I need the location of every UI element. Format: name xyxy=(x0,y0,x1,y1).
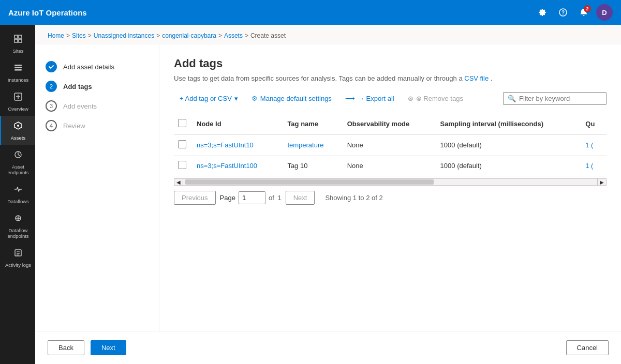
sidebar-item-asset-endpoints[interactable]: Asset endpoints xyxy=(0,145,35,179)
scroll-right-button[interactable]: ▶ xyxy=(597,178,607,186)
breadcrumb-current: Create asset xyxy=(250,32,286,39)
svg-rect-5 xyxy=(19,39,22,42)
svg-rect-7 xyxy=(14,67,22,69)
svg-rect-2 xyxy=(14,35,18,38)
next-button-footer[interactable]: Next xyxy=(91,340,126,355)
content-area: Home > Sites > Unassigned instances > co… xyxy=(35,25,621,364)
row2-node-id[interactable]: ns=3;s=FastUInt100 xyxy=(193,156,283,176)
sidebar-item-dataflows[interactable]: Dataflows xyxy=(0,179,35,208)
app-title: Azure IoT Operations xyxy=(8,8,534,17)
table-row: ns=3;s=FastUInt100 Tag 10 None 1000 (def… xyxy=(174,156,607,176)
row1-checkbox-cell xyxy=(174,134,193,156)
next-button[interactable]: Next xyxy=(286,191,315,205)
notification-badge: 2 xyxy=(584,5,591,12)
row2-tag-name: Tag 10 xyxy=(283,156,343,176)
row2-sampling-interval: 1000 (default) xyxy=(436,156,582,176)
page-content: Add tags Use tags to get data from speci… xyxy=(159,44,621,331)
row2-qu: 1 ( xyxy=(581,156,607,176)
assets-icon xyxy=(13,121,23,133)
wizard-panel: Add asset details 2 Add tags 3 Add event… xyxy=(35,44,159,331)
row1-node-id[interactable]: ns=3;s=FastUInt10 xyxy=(193,134,283,156)
notifications-button[interactable]: 2 xyxy=(575,4,592,21)
settings-button[interactable] xyxy=(534,4,551,21)
breadcrumb-home[interactable]: Home xyxy=(48,32,64,39)
table-header-select-all xyxy=(174,114,193,134)
table-header-node-id: Node Id xyxy=(193,114,283,134)
row2-checkbox[interactable] xyxy=(178,161,186,169)
top-nav: Azure IoT Operations ? 2 D xyxy=(0,0,621,25)
step-circle-2: 2 xyxy=(46,81,57,92)
svg-rect-6 xyxy=(14,65,22,66)
step-circle-3: 3 xyxy=(46,100,57,112)
page-body: Add asset details 2 Add tags 3 Add event… xyxy=(35,44,621,331)
page-description: Use tags to get data from specific sourc… xyxy=(174,74,607,82)
breadcrumb-congenial-capybara[interactable]: congenial-capybara xyxy=(162,32,216,39)
scroll-thumb xyxy=(185,179,434,185)
sidebar: Sites Instances Overview Assets Asset en… xyxy=(0,25,35,364)
manage-default-settings-button[interactable]: ⚙ Manage default settings xyxy=(246,92,337,105)
step-label-1: Add asset details xyxy=(63,63,114,71)
svg-rect-4 xyxy=(14,39,18,42)
asset-endpoints-icon xyxy=(13,150,23,162)
sidebar-item-instances[interactable]: Instances xyxy=(0,58,35,87)
scroll-track[interactable] xyxy=(183,178,597,186)
sidebar-item-sites[interactable]: Sites xyxy=(0,29,35,58)
data-table: Node Id Tag name Observability mode Samp… xyxy=(174,114,607,176)
help-button[interactable]: ? xyxy=(555,4,571,21)
page-label: Page xyxy=(220,194,235,202)
sidebar-item-assets[interactable]: Assets xyxy=(0,116,35,145)
row2-observability-mode: None xyxy=(343,156,436,176)
row1-observability-mode: None xyxy=(343,134,436,156)
page-input-wrap: Page 1 of 1 xyxy=(220,191,282,204)
page-title: Add tags xyxy=(174,57,607,70)
overview-icon xyxy=(13,92,23,104)
toolbar: + Add tag or CSV ▾ ⚙ Manage default sett… xyxy=(174,92,607,105)
breadcrumb-unassigned-instances[interactable]: Unassigned instances xyxy=(94,32,154,39)
scroll-bar: ◀ ▶ xyxy=(174,178,607,186)
csv-link[interactable]: CSV file xyxy=(464,74,489,82)
instances-icon xyxy=(13,63,23,75)
wizard-step-add-tags: 2 Add tags xyxy=(46,77,149,96)
cancel-button[interactable]: Cancel xyxy=(566,340,609,355)
table-row: ns=3;s=FastUInt10 temperature None 1000 … xyxy=(174,134,607,156)
step-circle-1 xyxy=(46,61,57,72)
breadcrumb: Home > Sites > Unassigned instances > co… xyxy=(35,25,621,44)
pagination: Previous Page 1 of 1 Next Showing 1 to 2… xyxy=(174,191,607,205)
user-avatar[interactable]: D xyxy=(596,4,613,21)
sidebar-item-activity-logs[interactable]: Activity logs xyxy=(0,243,35,272)
sidebar-label-dataflows: Dataflows xyxy=(7,199,29,204)
breadcrumb-assets[interactable]: Assets xyxy=(224,32,243,39)
row1-qu: 1 ( xyxy=(581,134,607,156)
sidebar-label-asset-endpoints: Asset endpoints xyxy=(3,164,33,175)
svg-rect-8 xyxy=(14,69,22,71)
filter-input[interactable] xyxy=(519,95,602,102)
table-header-sampling-interval: Sampling interval (milliseconds) xyxy=(436,114,582,134)
svg-point-11 xyxy=(17,125,19,127)
previous-button[interactable]: Previous xyxy=(174,191,216,205)
add-tag-csv-button[interactable]: + Add tag or CSV ▾ xyxy=(174,92,244,105)
wizard-step-add-events: 3 Add events xyxy=(46,96,149,116)
page-number-input[interactable]: 1 xyxy=(239,191,265,204)
sidebar-item-dataflow-endpoints[interactable]: Dataflow endpoints xyxy=(0,208,35,243)
export-all-button[interactable]: ⟶ → Export all xyxy=(339,92,400,105)
svg-rect-3 xyxy=(19,35,22,38)
step-label-4: Review xyxy=(63,122,85,130)
top-nav-icons: ? 2 D xyxy=(534,4,613,21)
remove-tags-button[interactable]: ⊗ ⊗ Remove tags xyxy=(402,92,469,105)
sidebar-label-sites: Sites xyxy=(12,48,23,54)
scroll-left-button[interactable]: ◀ xyxy=(174,178,183,186)
table-header-qu: Qu xyxy=(581,114,607,134)
filter-input-wrap: 🔍 xyxy=(503,92,607,105)
search-icon: 🔍 xyxy=(508,95,516,102)
row1-checkbox[interactable] xyxy=(178,140,186,148)
sites-icon xyxy=(13,34,23,46)
sidebar-label-assets: Assets xyxy=(11,135,26,141)
back-button[interactable]: Back xyxy=(48,340,84,355)
sidebar-label-overview: Overview xyxy=(8,106,28,112)
breadcrumb-sites[interactable]: Sites xyxy=(72,32,86,39)
select-all-checkbox[interactable] xyxy=(178,119,186,127)
of-label: of 1 xyxy=(269,194,282,202)
activity-logs-icon xyxy=(13,248,23,260)
footer: Back Next Cancel xyxy=(35,331,621,364)
sidebar-item-overview[interactable]: Overview xyxy=(0,87,35,116)
